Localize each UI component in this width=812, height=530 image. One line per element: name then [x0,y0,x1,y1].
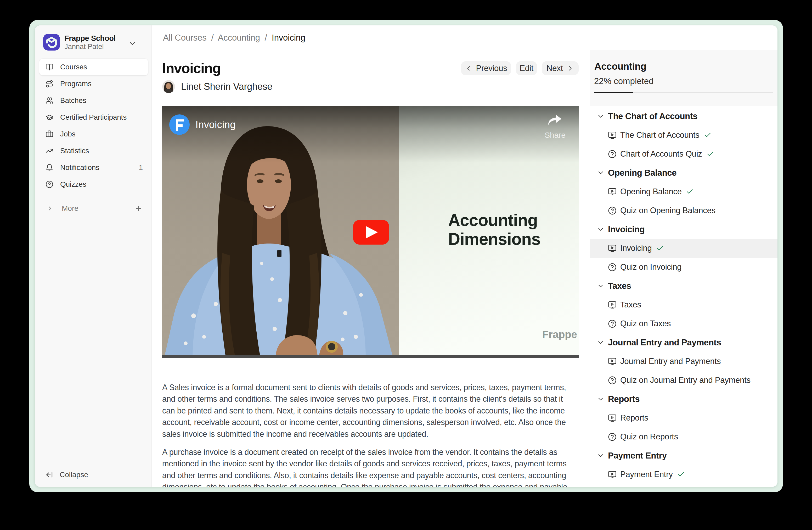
svg-text:Invoicing: Invoicing [195,119,236,130]
svg-text:Accounting: Accounting [448,211,538,229]
svg-text:Dimensions: Dimensions [448,229,540,249]
svg-text:Frappe: Frappe [542,329,577,340]
svg-text:Share: Share [545,131,566,139]
